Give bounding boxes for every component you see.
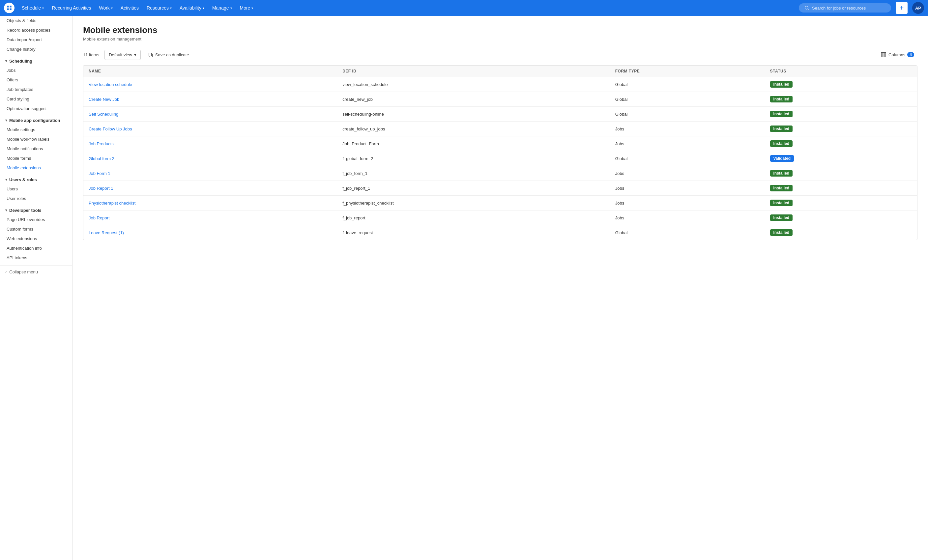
row-name[interactable]: Create Follow Up Jobs: [83, 122, 337, 136]
row-form-type: Jobs: [610, 181, 765, 196]
sidebar-item-mobile-extensions[interactable]: Mobile extensions: [0, 163, 72, 173]
row-def-id: self-scheduling-online: [337, 107, 610, 122]
sidebar-item-job-templates[interactable]: Job templates: [0, 85, 72, 94]
table-row: Physiotherapist checklistf_physiotherapi…: [83, 196, 917, 210]
status-badge: Installed: [770, 81, 793, 88]
row-status: Installed: [765, 77, 917, 92]
sidebar-item-record-access[interactable]: Record access policies: [0, 25, 72, 35]
sidebar-group-users[interactable]: ▾ Users & roles: [0, 174, 72, 184]
svg-line-5: [808, 9, 809, 10]
sidebar-item-offers[interactable]: Offers: [0, 75, 72, 85]
sidebar-group-devtools[interactable]: ▾ Developer tools: [0, 205, 72, 215]
collapse-menu-button[interactable]: ‹ Collapse menu: [0, 265, 72, 278]
nav-work[interactable]: Work ▾: [96, 3, 116, 12]
row-status: Installed: [765, 136, 917, 151]
nav-manage[interactable]: Manage ▾: [209, 3, 235, 12]
row-name[interactable]: Job Form 1: [83, 166, 337, 181]
sidebar-item-user-roles[interactable]: User roles: [0, 194, 72, 203]
sidebar: Objects & fields Record access policies …: [0, 16, 72, 560]
default-view-button[interactable]: Default view ▾: [104, 50, 141, 60]
save-duplicate-button[interactable]: Save as duplicate: [145, 50, 192, 59]
row-name[interactable]: View location schedule: [83, 77, 337, 92]
add-button[interactable]: +: [896, 2, 908, 14]
svg-rect-2: [7, 9, 9, 10]
svg-rect-1: [10, 6, 12, 7]
row-form-type: Jobs: [610, 210, 765, 225]
sidebar-item-jobs[interactable]: Jobs: [0, 65, 72, 75]
table-row: Self Schedulingself-scheduling-onlineGlo…: [83, 107, 917, 122]
sidebar-section-mobile-app: ▾ Mobile app configuration Mobile settin…: [0, 115, 72, 173]
row-name[interactable]: Job Report: [83, 210, 337, 225]
col-status: STATUS: [765, 65, 917, 77]
sidebar-item-auth-info[interactable]: Authentication info: [0, 243, 72, 253]
search-bar[interactable]: Search for jobs or resources: [799, 3, 891, 12]
sidebar-item-api-tokens[interactable]: API tokens: [0, 253, 72, 263]
app-logo[interactable]: [4, 3, 14, 13]
nav-more[interactable]: More ▾: [237, 3, 257, 12]
nav-activities[interactable]: Activities: [118, 3, 142, 12]
sidebar-item-mobile-notifications[interactable]: Mobile notifications: [0, 144, 72, 154]
sidebar-section-scheduling: ▾ Scheduling Jobs Offers Job templates C…: [0, 55, 72, 113]
row-name[interactable]: Leave Request (1): [83, 225, 337, 240]
table-row: Job ProductsJob_Product_FormJobsInstalle…: [83, 136, 917, 151]
avatar[interactable]: AP: [912, 2, 924, 14]
columns-count-badge: 4: [907, 52, 914, 57]
chevron-down-icon: ▾: [42, 6, 44, 10]
sidebar-item-optimization[interactable]: Optimization suggest: [0, 104, 72, 113]
sidebar-item-change-history[interactable]: Change history: [0, 44, 72, 54]
columns-button[interactable]: Columns 4: [877, 49, 917, 60]
sidebar-section-users: ▾ Users & roles Users User roles: [0, 174, 72, 203]
nav-resources[interactable]: Resources ▾: [143, 3, 175, 12]
row-name[interactable]: Job Report 1: [83, 181, 337, 196]
search-icon: [804, 5, 809, 11]
sidebar-group-mobile-app[interactable]: ▾ Mobile app configuration: [0, 115, 72, 125]
sidebar-item-data-import[interactable]: Data import/export: [0, 35, 72, 44]
chevron-down-icon: ▾: [5, 118, 7, 123]
svg-rect-3: [10, 9, 12, 10]
col-name: NAME: [83, 65, 337, 77]
extensions-table: NAME DEF ID FORM TYPE STATUS View locati…: [83, 65, 917, 240]
svg-point-4: [805, 6, 808, 9]
row-form-type: Jobs: [610, 136, 765, 151]
status-badge: Installed: [770, 111, 793, 117]
row-def-id: view_location_schedule: [337, 77, 610, 92]
table-header-row: NAME DEF ID FORM TYPE STATUS: [83, 65, 917, 77]
row-name[interactable]: Create New Job: [83, 92, 337, 107]
row-name[interactable]: Self Scheduling: [83, 107, 337, 122]
row-form-type: Jobs: [610, 166, 765, 181]
row-name[interactable]: Global form 2: [83, 151, 337, 166]
row-status: Installed: [765, 107, 917, 122]
sidebar-item-mobile-workflow[interactable]: Mobile workflow labels: [0, 134, 72, 144]
sidebar-item-mobile-forms[interactable]: Mobile forms: [0, 154, 72, 163]
sidebar-item-page-url[interactable]: Page URL overrides: [0, 215, 72, 224]
sidebar-item-users[interactable]: Users: [0, 184, 72, 194]
status-badge: Installed: [770, 185, 793, 192]
collapse-icon: ‹: [5, 269, 7, 274]
sidebar-item-objects-fields[interactable]: Objects & fields: [0, 16, 72, 25]
sidebar-item-card-styling[interactable]: Card styling: [0, 94, 72, 104]
row-name[interactable]: Job Products: [83, 136, 337, 151]
sidebar-group-scheduling[interactable]: ▾ Scheduling: [0, 55, 72, 65]
row-status: Installed: [765, 166, 917, 181]
svg-rect-7: [149, 53, 151, 56]
sidebar-item-custom-forms[interactable]: Custom forms: [0, 224, 72, 234]
search-placeholder: Search for jobs or resources: [812, 6, 866, 11]
svg-rect-9: [883, 52, 884, 57]
row-def-id: create_follow_up_jobs: [337, 122, 610, 136]
row-status: Installed: [765, 92, 917, 107]
row-status: Validated: [765, 151, 917, 166]
status-badge: Installed: [770, 96, 793, 102]
table-row: Leave Request (1)f_leave_requestGlobalIn…: [83, 225, 917, 240]
table-row: Global form 2f_global_form_2GlobalValida…: [83, 151, 917, 166]
sidebar-item-web-extensions[interactable]: Web extensions: [0, 234, 72, 243]
nav-recurring[interactable]: Recurring Activities: [49, 3, 94, 12]
nav-availability[interactable]: Availability ▾: [176, 3, 208, 12]
sidebar-section-devtools: ▾ Developer tools Page URL overrides Cus…: [0, 205, 72, 263]
row-name[interactable]: Physiotherapist checklist: [83, 196, 337, 210]
sidebar-item-mobile-settings[interactable]: Mobile settings: [0, 125, 72, 134]
toolbar: 11 items Default view ▾ Save as duplicat…: [83, 49, 917, 60]
nav-schedule[interactable]: Schedule ▾: [18, 3, 47, 12]
row-def-id: f_job_report_1: [337, 181, 610, 196]
chevron-down-icon: ▾: [203, 6, 204, 10]
table-row: Create New Jobcreate_new_jobGlobalInstal…: [83, 92, 917, 107]
